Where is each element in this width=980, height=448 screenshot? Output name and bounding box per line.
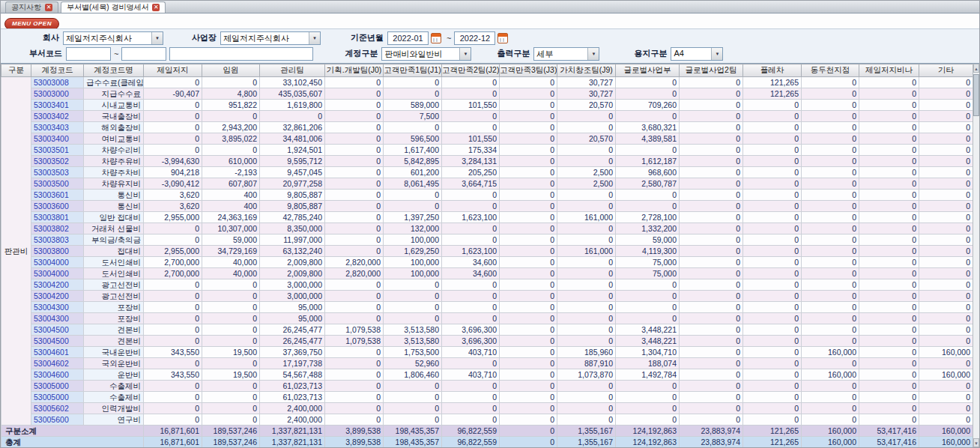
value-cell: 2,400,000 [260,414,325,426]
value-cell: 0 [616,403,680,414]
output-type-value: 세부 [534,48,587,60]
account-name: 해외출장비 [84,122,144,133]
dept-from-input[interactable] [66,47,111,61]
table-row[interactable]: 53003501차량수리비001,924,50101,617,400175,33… [1,145,973,156]
value-cell: 0 [680,336,743,347]
dept-to-input[interactable] [121,47,166,61]
value-cell: 0 [743,100,802,111]
value-cell: 0 [144,133,202,145]
value-cell: 9,595,712 [260,156,325,167]
account-name: 견본비 [84,336,144,347]
scroll-up-arrow[interactable]: ▲ [973,64,979,73]
value-cell: 0 [680,88,743,100]
close-icon[interactable]: ✕ [152,4,160,11]
table-row[interactable]: 53003503차량주차비904,218-2,1939,457,0450601,… [1,167,973,178]
value-cell: 23,883,974 [680,437,743,448]
table-row[interactable]: 53003800접대비2,955,00034,729,16963,132,240… [1,246,973,257]
table-row[interactable]: 53004500견본비0026,245,4771,079,5383,513,58… [1,336,973,347]
account-type-select[interactable]: 판매비와일반비 ▼ [381,47,471,61]
subtotal-row[interactable]: 구분소계16,871,601189,537,2461,337,821,1313,… [1,426,973,437]
table-row[interactable]: 53003803부의금/축의금059,00011,997,0000100,000… [1,234,973,246]
value-cell: 0 [859,403,919,414]
tab-notice[interactable]: 공지사항 ✕ [5,1,58,13]
table-row[interactable]: 53004300포장비0095,00000000000000 [1,313,973,324]
table-row[interactable]: 53004000도서인쇄비2,700,00040,0002,009,8002,8… [1,257,973,268]
value-cell: 0 [500,212,557,223]
table-row[interactable]: 판관비53003008급수수료(클레임)0033,102,450000030,7… [1,77,973,88]
table-row[interactable]: 53004000도서인쇄비2,700,00040,0002,009,8002,8… [1,268,973,279]
value-cell: 0 [384,190,442,201]
value-cell: 3,696,300 [442,324,500,336]
period-from-input[interactable] [387,31,429,45]
output-type-select[interactable]: 세부 ▼ [533,47,599,61]
value-cell: 0 [500,313,557,324]
account-code: 53003403 [31,122,84,133]
value-cell: 0 [500,437,557,448]
company-select[interactable]: 제일저지주식회사 ▼ [63,31,163,45]
table-row[interactable]: 53004300포장비0095,00000000000000 [1,302,973,313]
account-name: 차량유지비 [84,178,144,190]
value-cell: 0 [802,403,859,414]
value-cell: 400 [202,201,260,212]
value-cell: 0 [384,88,442,100]
site-select[interactable]: 제일저지주식회사 ▼ [220,31,321,45]
table-row[interactable]: 53004200광고선전비003,000,00000000000000 [1,291,973,302]
value-cell: 0 [802,133,859,145]
calendar-icon[interactable] [431,33,441,43]
period-to-input[interactable] [454,31,495,45]
table-row[interactable]: 53003802거래처 선물비010,307,0008,350,0000132,… [1,223,973,234]
table-row[interactable]: 53004602국외운반비0017,197,738052,96000887,91… [1,358,973,369]
total-row[interactable]: 총계16,871,601189,537,2461,337,821,1313,89… [1,437,973,448]
table-row[interactable]: 53005600연구비002,400,00000000000000 [1,414,973,426]
table-row[interactable]: 53003401시내교통비0951,8221,619,8000589,00010… [1,100,973,111]
value-cell: 0 [802,156,859,167]
value-cell: 0 [384,122,442,133]
table-row[interactable]: 53005000수출제비0061,023,71300000000000 [1,381,973,392]
value-cell: 1,337,821,131 [260,426,325,437]
column-header: 플레차 [743,64,802,77]
chevron-down-icon: ▼ [309,32,320,44]
table-row[interactable]: 53004500견본비0026,245,4771,079,5383,513,58… [1,324,973,336]
value-cell: 0 [616,392,680,403]
scroll-thumb[interactable] [973,74,979,116]
value-cell: 2,820,000 [325,268,384,279]
value-cell: 2,943,200 [202,122,260,133]
chevron-down-icon: ▼ [151,32,163,44]
table-row[interactable]: 53004200광고선전비003,000,00000000000000 [1,279,973,291]
dept-name-input[interactable] [169,47,313,61]
value-cell: 2,955,000 [144,212,202,223]
table-row[interactable]: 53004601국내운반비343,55019,50037,369,75001,7… [1,347,973,358]
value-cell: 0 [325,414,384,426]
value-cell: 2,009,800 [260,257,325,268]
table-row[interactable]: 53003403해외출장비02,943,20032,861,206000003,… [1,122,973,133]
table-row[interactable]: 53005602인력개발비002,400,00000000000000 [1,403,973,414]
table-row[interactable]: 53003400여비교통비03,895,02234,481,0060596,50… [1,133,973,145]
table-row[interactable]: 53005000수출제비0061,023,71300000000000 [1,392,973,403]
close-icon[interactable]: ✕ [45,4,52,11]
table-row[interactable]: 53003600통신비3,6204009,805,88700000000000 [1,201,973,212]
table-row[interactable]: 53003402국내출장비00007,500000000000 [1,111,973,122]
table-row[interactable]: 53003502차량주유비-3,994,630610,0009,595,7120… [1,156,973,167]
value-cell: 0 [442,392,500,403]
value-cell: 3,000,000 [260,291,325,302]
value-cell: 887,910 [557,358,616,369]
scroll-down-arrow[interactable]: ▼ [973,438,979,447]
tab-expense-report[interactable]: 부서별(세목) 경비명세서 ✕ [61,1,166,13]
vertical-scrollbar[interactable]: ▲ ▼ [973,64,979,447]
table-row[interactable]: 53003500차량유지비-3,090,412607,80720,977,258… [1,178,973,190]
calendar-icon[interactable] [497,33,508,43]
account-name: 광고선전비 [84,279,144,291]
value-cell: 121,265 [743,426,802,437]
table-row[interactable]: 53003000지급수수료-90,4074,800435,035,6070000… [1,88,973,100]
value-cell: 0 [144,122,202,133]
table-row[interactable]: 53004600운반비343,55019,50054,567,48801,806… [1,369,973,381]
company-label: 회사 [43,32,59,43]
value-cell: 160,000 [919,437,973,448]
table-row[interactable]: 53003601통신비3,6204009,805,88700000000000 [1,190,973,201]
table-row[interactable]: 53003801일반 접대비2,955,00024,363,16942,785,… [1,212,973,223]
paper-type-select[interactable]: A4 ▼ [671,47,723,61]
value-cell: 0 [680,178,743,190]
value-cell: 160,000 [802,347,859,358]
value-cell: 0 [202,381,260,392]
chevron-down-icon: ▼ [587,48,599,60]
